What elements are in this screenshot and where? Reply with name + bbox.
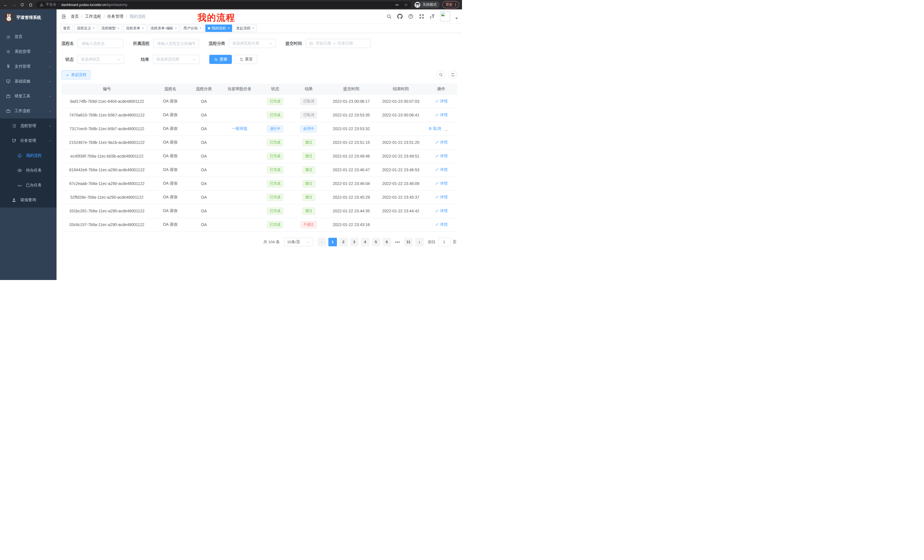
- tab-流程定义[interactable]: 流程定义×: [74, 24, 98, 32]
- avatar-dropdown-caret[interactable]: [455, 18, 458, 19]
- close-icon[interactable]: ×: [228, 26, 230, 30]
- sidebar-item-done-task[interactable]: 已办任务: [0, 178, 57, 193]
- tags-view: 首页流程定义×流程模型×流程表单×流程表单-编辑×用户分组×我的流程×发起流程×: [57, 23, 462, 33]
- table-row[interactable]: ec45f38f-7b9a-11ec-b03b-acde48001122OA 请…: [62, 149, 457, 163]
- table-row[interactable]: 331bc281-7b9a-11ec-a290-acde48001122OA 请…: [62, 204, 457, 218]
- page-button-1[interactable]: 1: [328, 238, 337, 246]
- search-icon[interactable]: [386, 14, 392, 19]
- table-row[interactable]: 7317cec6-7b9b-11ec-b5b7-acde48001122OA 请…: [62, 122, 457, 136]
- font-size-icon[interactable]: TT: [430, 14, 435, 19]
- detail-action[interactable]: 详情: [435, 112, 448, 118]
- page-button-5[interactable]: 5: [372, 238, 380, 246]
- close-icon[interactable]: ×: [175, 26, 177, 30]
- tab-用户分组[interactable]: 用户分组×: [181, 24, 204, 32]
- detail-action[interactable]: 详情: [435, 208, 448, 214]
- sidebar-item-todo-task[interactable]: 待办任务: [0, 163, 57, 178]
- more-pages-icon[interactable]: •••: [393, 238, 402, 246]
- browser-update-button[interactable]: 更新: [442, 1, 459, 8]
- close-icon[interactable]: ×: [117, 26, 119, 30]
- password-key-icon[interactable]: [394, 2, 400, 7]
- sidebar-logo[interactable]: 芋道管理系统: [0, 9, 57, 25]
- sidebar-item-system[interactable]: 系统管理: [0, 44, 57, 59]
- close-icon[interactable]: ×: [142, 26, 144, 30]
- reset-button[interactable]: 重置: [235, 55, 257, 64]
- help-icon[interactable]: [408, 14, 414, 19]
- table-row[interactable]: 67c2eaab-7b9a-11ec-a290-acde48001122OA 请…: [62, 177, 457, 190]
- table-row[interactable]: 52ffd28e-7b9a-11ec-a290-acde48001122OA 请…: [62, 190, 457, 204]
- prev-page-button[interactable]: ‹: [318, 238, 326, 246]
- sidebar-item-leave-query[interactable]: 请假查询: [0, 193, 57, 208]
- close-icon[interactable]: ×: [199, 26, 201, 30]
- detail-action[interactable]: 详情: [435, 167, 448, 172]
- toggle-search-button[interactable]: [436, 70, 445, 79]
- tab-我的流程[interactable]: 我的流程×: [205, 24, 232, 32]
- tab-流程表单-编辑[interactable]: 流程表单-编辑×: [148, 24, 179, 32]
- detail-action[interactable]: 详情: [435, 222, 448, 227]
- page-button-4[interactable]: 4: [361, 238, 369, 246]
- table-row[interactable]: 2152467e-7b9b-11ec-9a1b-acde48001122OA 请…: [62, 136, 457, 149]
- sidebar-item-home[interactable]: 首页: [0, 29, 57, 44]
- status-select[interactable]: 请选择状态: [77, 55, 124, 64]
- close-icon[interactable]: ×: [252, 26, 254, 30]
- browser-reload-button[interactable]: [20, 2, 25, 8]
- end-date-placeholder[interactable]: 结束日期: [338, 41, 353, 46]
- table-row[interactable]: 7470a810-7b9b-11ec-b5b7-acde48001122OA 请…: [62, 108, 457, 122]
- table-row[interactable]: 819442e8-7b9a-11ec-a290-acde48001122OA 请…: [62, 163, 457, 177]
- tab-流程表单[interactable]: 流程表单×: [123, 24, 147, 32]
- process-definition-input[interactable]: [153, 39, 199, 48]
- search-button[interactable]: 搜索: [209, 55, 232, 64]
- page-button-6[interactable]: 6: [382, 238, 391, 246]
- category-select[interactable]: 请选择流程分类: [229, 39, 276, 48]
- close-icon[interactable]: ×: [93, 26, 95, 30]
- detail-action[interactable]: 详情: [435, 99, 448, 104]
- bookmark-star-icon[interactable]: ☆: [404, 2, 408, 7]
- success-badge: 通过: [302, 166, 315, 174]
- sidebar-item-task-mgmt[interactable]: 任务管理: [0, 133, 57, 148]
- sidebar-item-devtools[interactable]: 研发工具: [0, 89, 57, 103]
- refresh-table-button[interactable]: [448, 70, 457, 79]
- next-page-button[interactable]: ›: [415, 238, 424, 246]
- sidebar-item-workflow[interactable]: 工作流程: [0, 103, 57, 118]
- browser-back-button[interactable]: ←: [3, 2, 9, 8]
- breadcrumb-item[interactable]: 任务管理: [107, 14, 123, 19]
- submit-time-range-picker[interactable]: 开始日期 - 结束日期: [306, 39, 371, 48]
- jump-page-input[interactable]: [438, 238, 451, 246]
- page-button-11[interactable]: 11: [404, 238, 413, 246]
- detail-action[interactable]: 详情: [435, 154, 448, 159]
- fullscreen-icon[interactable]: [419, 14, 424, 19]
- sidebar-fold-icon[interactable]: [61, 14, 66, 19]
- security-label[interactable]: 不安全: [46, 2, 57, 7]
- sidebar-item-infra[interactable]: 基础设施: [0, 74, 57, 89]
- current-task-link[interactable]: 一级审批: [232, 126, 248, 131]
- result-select[interactable]: 请选择流结果: [153, 55, 200, 64]
- cell-result: 不通过: [291, 218, 327, 232]
- cancel-action[interactable]: 取消: [428, 126, 441, 131]
- breadcrumb-item[interactable]: 首页: [71, 14, 79, 19]
- create-process-button[interactable]: + 发起流程: [62, 70, 90, 79]
- browser-forward-button[interactable]: →: [11, 2, 17, 8]
- breadcrumb-item[interactable]: 工作流程: [85, 14, 101, 19]
- tab-流程模型[interactable]: 流程模型×: [99, 24, 122, 32]
- github-icon[interactable]: [397, 14, 403, 19]
- sidebar-item-my-process[interactable]: 我的流程: [0, 148, 57, 163]
- browser-menu-icon[interactable]: [455, 3, 456, 7]
- table-row[interactable]: 3ad174fb-7b9d-11ec-8404-acde48001122OA 请…: [62, 94, 457, 108]
- sidebar-item-process-mgmt[interactable]: 流程管理: [0, 118, 57, 133]
- page-button-2[interactable]: 2: [339, 238, 348, 246]
- tab-首页[interactable]: 首页: [60, 24, 73, 32]
- detail-action[interactable]: 详情: [435, 140, 448, 145]
- process-name-input[interactable]: [78, 39, 123, 48]
- avatar[interactable]: [440, 11, 450, 21]
- sidebar-item-payment[interactable]: ¥支付管理: [0, 59, 57, 74]
- detail-action[interactable]: 详情: [435, 181, 448, 186]
- table-row[interactable]: 03c6c157-7b9a-11ec-a290-acde48001122OA 请…: [62, 218, 457, 232]
- detail-action[interactable]: 详情: [435, 195, 448, 200]
- chevron-down-icon: [117, 58, 121, 61]
- page-size-select[interactable]: 10条/页: [284, 238, 313, 246]
- browser-home-button[interactable]: [28, 2, 33, 8]
- address-bar[interactable]: 不安全 dashboard.yudao.iocoder.cn/bpm/task/…: [36, 1, 411, 8]
- page-button-3[interactable]: 3: [350, 238, 358, 246]
- start-date-placeholder[interactable]: 开始日期: [316, 41, 331, 46]
- cell-result: 通过: [291, 136, 327, 149]
- tab-发起流程[interactable]: 发起流程×: [234, 24, 257, 32]
